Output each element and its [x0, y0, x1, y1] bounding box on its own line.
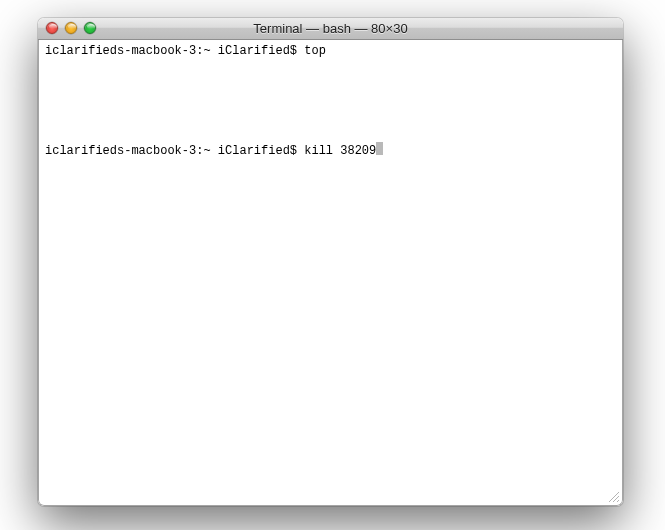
- traffic-lights: [46, 22, 96, 34]
- window-title: Terminal — bash — 80×30: [253, 21, 407, 36]
- command-text: top: [304, 44, 326, 58]
- minimize-icon[interactable]: [65, 22, 77, 34]
- text-cursor: [376, 142, 383, 155]
- shell-prompt: iclarifieds-macbook-3:~ iClarified$: [45, 144, 304, 158]
- terminal-blank-region: [45, 58, 616, 142]
- command-text: kill 38209: [304, 144, 376, 158]
- terminal-line: iclarifieds-macbook-3:~ iClarified$ top: [45, 44, 616, 58]
- shell-prompt: iclarifieds-macbook-3:~ iClarified$: [45, 44, 304, 58]
- terminal-window: Terminal — bash — 80×30 iclarifieds-macb…: [38, 18, 623, 506]
- terminal-line: iclarifieds-macbook-3:~ iClarified$ kill…: [45, 142, 616, 158]
- terminal-viewport[interactable]: iclarifieds-macbook-3:~ iClarified$ top …: [38, 40, 623, 506]
- titlebar[interactable]: Terminal — bash — 80×30: [38, 18, 623, 40]
- close-icon[interactable]: [46, 22, 58, 34]
- resize-grip-icon[interactable]: [606, 489, 620, 503]
- svg-line-2: [617, 500, 619, 502]
- zoom-icon[interactable]: [84, 22, 96, 34]
